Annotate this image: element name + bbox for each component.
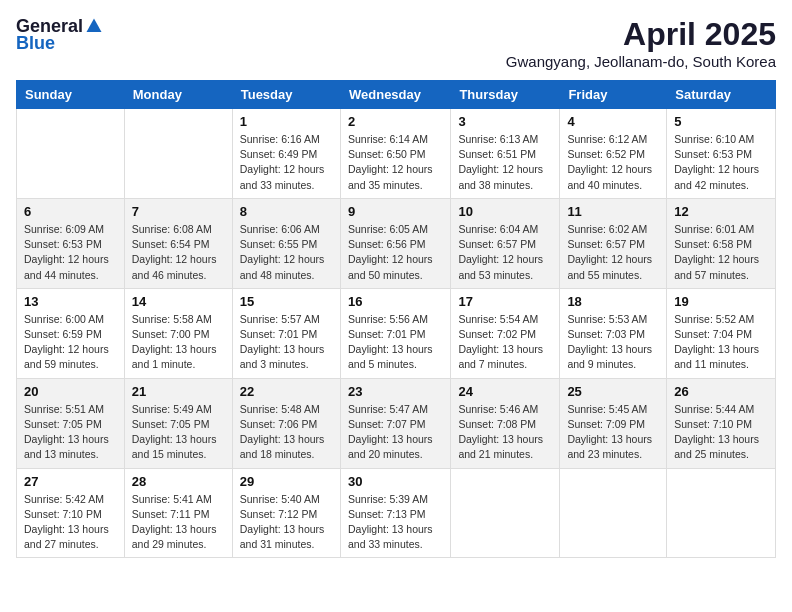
calendar-cell: 24Sunrise: 5:46 AMSunset: 7:08 PMDayligh… bbox=[451, 378, 560, 468]
calendar-cell bbox=[560, 468, 667, 558]
day-info: Sunrise: 5:46 AMSunset: 7:08 PMDaylight:… bbox=[458, 402, 552, 463]
day-number: 16 bbox=[348, 294, 443, 309]
logo: General Blue bbox=[16, 16, 103, 54]
day-info: Sunrise: 5:52 AMSunset: 7:04 PMDaylight:… bbox=[674, 312, 768, 373]
day-info: Sunrise: 6:14 AMSunset: 6:50 PMDaylight:… bbox=[348, 132, 443, 193]
calendar-cell: 11Sunrise: 6:02 AMSunset: 6:57 PMDayligh… bbox=[560, 198, 667, 288]
day-info: Sunrise: 6:09 AMSunset: 6:53 PMDaylight:… bbox=[24, 222, 117, 283]
calendar-cell: 22Sunrise: 5:48 AMSunset: 7:06 PMDayligh… bbox=[232, 378, 340, 468]
day-info: Sunrise: 6:00 AMSunset: 6:59 PMDaylight:… bbox=[24, 312, 117, 373]
day-info: Sunrise: 5:47 AMSunset: 7:07 PMDaylight:… bbox=[348, 402, 443, 463]
day-number: 12 bbox=[674, 204, 768, 219]
day-number: 1 bbox=[240, 114, 333, 129]
day-of-week-header: Tuesday bbox=[232, 81, 340, 109]
day-number: 29 bbox=[240, 474, 333, 489]
day-number: 30 bbox=[348, 474, 443, 489]
calendar-cell: 4Sunrise: 6:12 AMSunset: 6:52 PMDaylight… bbox=[560, 109, 667, 199]
day-number: 22 bbox=[240, 384, 333, 399]
day-number: 10 bbox=[458, 204, 552, 219]
calendar-cell: 2Sunrise: 6:14 AMSunset: 6:50 PMDaylight… bbox=[340, 109, 450, 199]
day-of-week-header: Monday bbox=[124, 81, 232, 109]
day-info: Sunrise: 5:51 AMSunset: 7:05 PMDaylight:… bbox=[24, 402, 117, 463]
day-info: Sunrise: 5:45 AMSunset: 7:09 PMDaylight:… bbox=[567, 402, 659, 463]
calendar-cell: 3Sunrise: 6:13 AMSunset: 6:51 PMDaylight… bbox=[451, 109, 560, 199]
day-info: Sunrise: 6:10 AMSunset: 6:53 PMDaylight:… bbox=[674, 132, 768, 193]
day-number: 21 bbox=[132, 384, 225, 399]
title-area: April 2025 Gwangyang, Jeollanam-do, Sout… bbox=[506, 16, 776, 70]
calendar-cell: 7Sunrise: 6:08 AMSunset: 6:54 PMDaylight… bbox=[124, 198, 232, 288]
calendar-cell: 30Sunrise: 5:39 AMSunset: 7:13 PMDayligh… bbox=[340, 468, 450, 558]
calendar-cell: 6Sunrise: 6:09 AMSunset: 6:53 PMDaylight… bbox=[17, 198, 125, 288]
day-number: 18 bbox=[567, 294, 659, 309]
calendar-cell: 13Sunrise: 6:00 AMSunset: 6:59 PMDayligh… bbox=[17, 288, 125, 378]
month-year-title: April 2025 bbox=[506, 16, 776, 53]
day-info: Sunrise: 5:49 AMSunset: 7:05 PMDaylight:… bbox=[132, 402, 225, 463]
location-subtitle: Gwangyang, Jeollanam-do, South Korea bbox=[506, 53, 776, 70]
day-number: 24 bbox=[458, 384, 552, 399]
calendar-cell: 27Sunrise: 5:42 AMSunset: 7:10 PMDayligh… bbox=[17, 468, 125, 558]
day-info: Sunrise: 6:02 AMSunset: 6:57 PMDaylight:… bbox=[567, 222, 659, 283]
logo-icon bbox=[85, 17, 103, 35]
day-number: 11 bbox=[567, 204, 659, 219]
calendar-cell: 8Sunrise: 6:06 AMSunset: 6:55 PMDaylight… bbox=[232, 198, 340, 288]
calendar-cell: 1Sunrise: 6:16 AMSunset: 6:49 PMDaylight… bbox=[232, 109, 340, 199]
calendar-cell: 12Sunrise: 6:01 AMSunset: 6:58 PMDayligh… bbox=[667, 198, 776, 288]
svg-marker-0 bbox=[87, 18, 102, 32]
day-number: 5 bbox=[674, 114, 768, 129]
day-info: Sunrise: 5:42 AMSunset: 7:10 PMDaylight:… bbox=[24, 492, 117, 553]
calendar-cell: 23Sunrise: 5:47 AMSunset: 7:07 PMDayligh… bbox=[340, 378, 450, 468]
day-number: 2 bbox=[348, 114, 443, 129]
calendar-cell: 29Sunrise: 5:40 AMSunset: 7:12 PMDayligh… bbox=[232, 468, 340, 558]
day-number: 23 bbox=[348, 384, 443, 399]
day-info: Sunrise: 5:40 AMSunset: 7:12 PMDaylight:… bbox=[240, 492, 333, 553]
calendar-cell: 5Sunrise: 6:10 AMSunset: 6:53 PMDaylight… bbox=[667, 109, 776, 199]
day-info: Sunrise: 6:13 AMSunset: 6:51 PMDaylight:… bbox=[458, 132, 552, 193]
day-info: Sunrise: 6:04 AMSunset: 6:57 PMDaylight:… bbox=[458, 222, 552, 283]
day-number: 14 bbox=[132, 294, 225, 309]
day-info: Sunrise: 5:57 AMSunset: 7:01 PMDaylight:… bbox=[240, 312, 333, 373]
day-info: Sunrise: 5:58 AMSunset: 7:00 PMDaylight:… bbox=[132, 312, 225, 373]
calendar-cell: 9Sunrise: 6:05 AMSunset: 6:56 PMDaylight… bbox=[340, 198, 450, 288]
calendar-cell bbox=[451, 468, 560, 558]
day-number: 4 bbox=[567, 114, 659, 129]
calendar-cell bbox=[667, 468, 776, 558]
day-info: Sunrise: 6:05 AMSunset: 6:56 PMDaylight:… bbox=[348, 222, 443, 283]
calendar-cell: 26Sunrise: 5:44 AMSunset: 7:10 PMDayligh… bbox=[667, 378, 776, 468]
day-of-week-header: Thursday bbox=[451, 81, 560, 109]
day-number: 17 bbox=[458, 294, 552, 309]
day-info: Sunrise: 6:08 AMSunset: 6:54 PMDaylight:… bbox=[132, 222, 225, 283]
day-number: 3 bbox=[458, 114, 552, 129]
day-number: 26 bbox=[674, 384, 768, 399]
day-number: 25 bbox=[567, 384, 659, 399]
day-number: 15 bbox=[240, 294, 333, 309]
day-info: Sunrise: 5:48 AMSunset: 7:06 PMDaylight:… bbox=[240, 402, 333, 463]
day-info: Sunrise: 6:01 AMSunset: 6:58 PMDaylight:… bbox=[674, 222, 768, 283]
calendar-cell: 25Sunrise: 5:45 AMSunset: 7:09 PMDayligh… bbox=[560, 378, 667, 468]
day-info: Sunrise: 5:53 AMSunset: 7:03 PMDaylight:… bbox=[567, 312, 659, 373]
day-number: 9 bbox=[348, 204, 443, 219]
calendar-cell bbox=[124, 109, 232, 199]
calendar-cell: 14Sunrise: 5:58 AMSunset: 7:00 PMDayligh… bbox=[124, 288, 232, 378]
day-info: Sunrise: 5:54 AMSunset: 7:02 PMDaylight:… bbox=[458, 312, 552, 373]
day-info: Sunrise: 6:06 AMSunset: 6:55 PMDaylight:… bbox=[240, 222, 333, 283]
day-info: Sunrise: 6:12 AMSunset: 6:52 PMDaylight:… bbox=[567, 132, 659, 193]
calendar-cell: 18Sunrise: 5:53 AMSunset: 7:03 PMDayligh… bbox=[560, 288, 667, 378]
calendar-cell: 15Sunrise: 5:57 AMSunset: 7:01 PMDayligh… bbox=[232, 288, 340, 378]
page-header: General Blue April 2025 Gwangyang, Jeoll… bbox=[16, 16, 776, 70]
calendar-header-row: SundayMondayTuesdayWednesdayThursdayFrid… bbox=[17, 81, 776, 109]
calendar-cell: 21Sunrise: 5:49 AMSunset: 7:05 PMDayligh… bbox=[124, 378, 232, 468]
day-number: 27 bbox=[24, 474, 117, 489]
day-number: 19 bbox=[674, 294, 768, 309]
day-of-week-header: Friday bbox=[560, 81, 667, 109]
day-info: Sunrise: 5:44 AMSunset: 7:10 PMDaylight:… bbox=[674, 402, 768, 463]
day-number: 28 bbox=[132, 474, 225, 489]
day-of-week-header: Sunday bbox=[17, 81, 125, 109]
logo-blue-text: Blue bbox=[16, 33, 55, 54]
day-number: 7 bbox=[132, 204, 225, 219]
calendar-table: SundayMondayTuesdayWednesdayThursdayFrid… bbox=[16, 80, 776, 558]
day-number: 13 bbox=[24, 294, 117, 309]
calendar-week-row: 20Sunrise: 5:51 AMSunset: 7:05 PMDayligh… bbox=[17, 378, 776, 468]
day-number: 6 bbox=[24, 204, 117, 219]
calendar-week-row: 1Sunrise: 6:16 AMSunset: 6:49 PMDaylight… bbox=[17, 109, 776, 199]
calendar-cell: 20Sunrise: 5:51 AMSunset: 7:05 PMDayligh… bbox=[17, 378, 125, 468]
